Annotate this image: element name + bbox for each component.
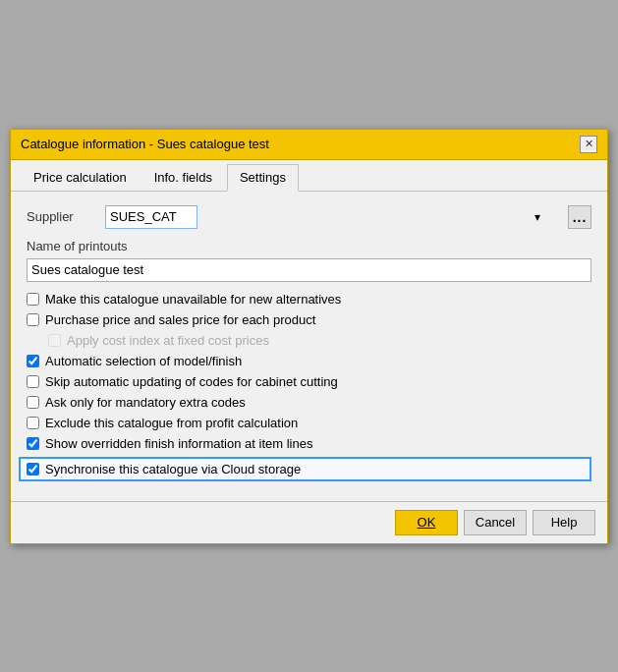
checkbox-auto-selection-label: Automatic selection of model/finish	[45, 354, 242, 368]
tab-info-fields[interactable]: Info. fields	[141, 164, 225, 191]
ok-button[interactable]: OK	[395, 510, 458, 535]
checkbox-auto-selection: Automatic selection of model/finish	[27, 354, 591, 368]
dialog-footer: OK Cancel Help	[11, 501, 607, 543]
dialog: Catalogue information - Sues catalogue t…	[10, 129, 608, 544]
checkbox-show-finish-input[interactable]	[27, 437, 39, 450]
supplier-label: Supplier	[27, 209, 105, 224]
checkbox-exclude-profit: Exclude this catalogue from profit calcu…	[27, 416, 591, 430]
checkbox-cost-index: Apply cost index at fixed cost prices	[27, 333, 591, 348]
close-button[interactable]: ✕	[580, 136, 597, 153]
checkbox-purchase-sales: Purchase price and sales price for each …	[27, 312, 591, 327]
cancel-button[interactable]: Cancel	[464, 510, 527, 535]
checkbox-auto-selection-input[interactable]	[27, 355, 39, 367]
supplier-input-group: SUES_CAT ...	[105, 205, 591, 229]
supplier-select-wrapper: SUES_CAT	[105, 205, 566, 229]
printouts-input[interactable]	[27, 258, 591, 282]
more-button[interactable]: ...	[568, 205, 591, 229]
checkbox-mandatory-codes-input[interactable]	[27, 396, 39, 409]
checkbox-purchase-sales-input[interactable]	[27, 313, 39, 326]
checkbox-cloud-sync-label: Synchronise this catalogue via Cloud sto…	[45, 462, 301, 476]
checkbox-mandatory-codes: Ask only for mandatory extra codes	[27, 395, 591, 410]
supplier-select[interactable]: SUES_CAT	[105, 205, 197, 229]
checkbox-cloud-sync-input[interactable]	[27, 463, 39, 476]
title-bar: Catalogue information - Sues catalogue t…	[11, 130, 607, 160]
checkbox-unavailable: Make this catalogue unavailable for new …	[27, 292, 591, 307]
checkbox-skip-updating-label: Skip automatic updating of codes for cab…	[45, 374, 338, 389]
checkbox-show-finish-label: Show overridden finish information at it…	[45, 436, 312, 451]
tabs-bar: Price calculation Info. fields Settings	[11, 160, 607, 192]
help-button[interactable]: Help	[533, 510, 595, 535]
checkbox-purchase-sales-label: Purchase price and sales price for each …	[45, 312, 315, 327]
settings-content: Supplier SUES_CAT ... Name of printouts …	[11, 192, 607, 501]
checkbox-skip-updating: Skip automatic updating of codes for cab…	[27, 374, 591, 389]
tab-price-calculation[interactable]: Price calculation	[21, 164, 140, 191]
checkbox-unavailable-input[interactable]	[27, 293, 39, 306]
checkbox-exclude-profit-input[interactable]	[27, 417, 39, 429]
checkbox-show-finish: Show overridden finish information at it…	[27, 436, 591, 451]
checkbox-cost-index-input[interactable]	[48, 334, 61, 347]
tab-settings[interactable]: Settings	[227, 164, 299, 192]
checkbox-unavailable-label: Make this catalogue unavailable for new …	[45, 292, 341, 307]
dialog-title: Catalogue information - Sues catalogue t…	[21, 137, 269, 151]
checkbox-mandatory-codes-label: Ask only for mandatory extra codes	[45, 395, 246, 410]
printouts-label: Name of printouts	[27, 239, 591, 253]
checkbox-exclude-profit-label: Exclude this catalogue from profit calcu…	[45, 416, 298, 430]
checkbox-cost-index-label: Apply cost index at fixed cost prices	[67, 333, 269, 348]
checkbox-cloud-sync: Synchronise this catalogue via Cloud sto…	[19, 457, 591, 481]
supplier-row: Supplier SUES_CAT ...	[27, 205, 591, 229]
checkbox-skip-updating-input[interactable]	[27, 375, 39, 388]
